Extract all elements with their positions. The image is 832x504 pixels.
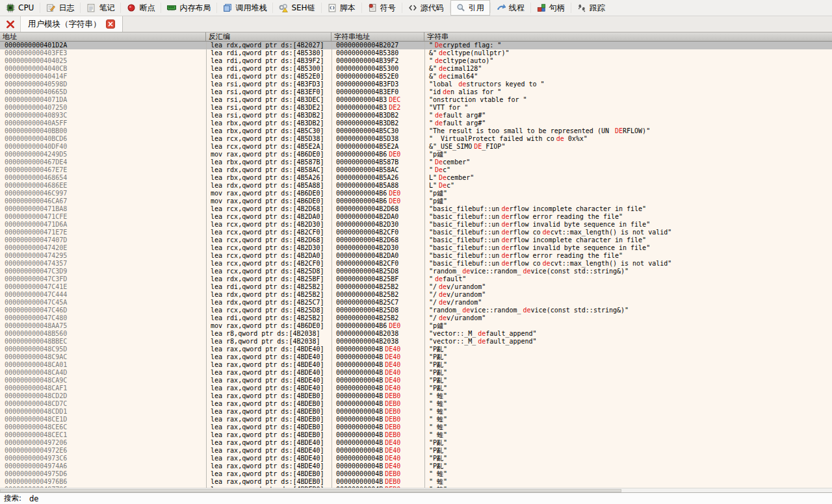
table-row[interactable]: 000000000046CA67mov rax,qword ptr ds:[4B… bbox=[0, 197, 832, 205]
toolbar-button-notes[interactable]: 笔记 bbox=[81, 0, 120, 16]
toolbar-button-call-stack[interactable]: 调用堆栈 bbox=[217, 0, 272, 16]
table-row[interactable]: 00000000004686EElea rdx,qword ptr ds:[4B… bbox=[0, 182, 832, 190]
table-row[interactable]: 0000000000474295lea rcx,qword ptr ds:[4B… bbox=[0, 252, 832, 260]
address-cell: 00000000004972E6 bbox=[0, 447, 206, 455]
table-row[interactable]: 0000000000401D2Alea rdx,qword ptr ds:[4B… bbox=[0, 42, 832, 49]
table-row[interactable]: 0000000000497796lea rax,qword ptr ds:[4B… bbox=[0, 486, 832, 488]
table-row[interactable]: 000000000048BBEClea r8,qword ptr ds:[4B2… bbox=[0, 338, 832, 346]
table-row[interactable]: 000000000047C444lea rdx,qword ptr ds:[4B… bbox=[0, 291, 832, 299]
table-row[interactable]: 000000000040893Clea rsi,qword ptr ds:[4B… bbox=[0, 112, 832, 120]
address-cell: 0000000000401D2A bbox=[0, 42, 206, 49]
table-row[interactable]: 0000000000403FE3lea rdi,qword ptr ds:[4B… bbox=[0, 49, 832, 57]
toolbar-button-handles[interactable]: 句柄 bbox=[531, 0, 571, 16]
table-row[interactable]: 000000000048CE1Dlea rax,qword ptr ds:[4B… bbox=[0, 416, 832, 423]
table-row[interactable]: 000000000047C480lea rdi,qword ptr ds:[4B… bbox=[0, 314, 832, 322]
disassembly-cell: lea rax,qword ptr ds:[4BDE40] bbox=[206, 462, 332, 470]
toolbar-button-trace[interactable]: 跟踪 bbox=[571, 0, 611, 16]
close-all-button[interactable] bbox=[0, 16, 21, 32]
toolbar-button-references[interactable]: 引用 bbox=[450, 0, 490, 16]
table-row[interactable]: 000000000048AA75mov rax,qword ptr ds:[4B… bbox=[0, 322, 832, 330]
toolbar-button-memory-map[interactable]: 内存布局 bbox=[161, 0, 216, 16]
table-row[interactable]: 0000000000468654lea rbx,qword ptr ds:[4B… bbox=[0, 174, 832, 182]
address-cell: 0000000000471E7E bbox=[0, 229, 206, 236]
search-match-highlight: de bbox=[439, 299, 447, 306]
tab-user-modules-strings[interactable]: 用户模块（字符串） bbox=[21, 16, 123, 32]
toolbar-button-symbols[interactable]: 符号 bbox=[362, 0, 402, 16]
toolbar-button-breakpoints[interactable]: 断点 bbox=[121, 0, 161, 16]
table-row[interactable]: 000000000040598Dlea rsi,qword ptr ds:[4B… bbox=[0, 81, 832, 88]
toolbar-button-source[interactable]: 源代码 bbox=[402, 0, 450, 16]
toolbar-button-cpu[interactable]: CPU bbox=[0, 0, 40, 16]
table-row[interactable]: 000000000040A5FFlea rbx,qword ptr ds:[4B… bbox=[0, 120, 832, 127]
table-row[interactable]: 0000000000471D6Alea rcx,qword ptr ds:[4B… bbox=[0, 221, 832, 229]
table-row[interactable]: 0000000000467E7Elea rdx,qword ptr ds:[4B… bbox=[0, 166, 832, 174]
table-row[interactable]: 0000000000471E7Elea rcx,qword ptr ds:[4B… bbox=[0, 229, 832, 236]
string-address-cell: 00000000004B3DEC bbox=[332, 96, 424, 104]
table-row[interactable]: 000000000040414Flea rdi,qword ptr ds:[4B… bbox=[0, 73, 832, 81]
table-row[interactable]: 00000000004071DAlea rsi,qword ptr ds:[4B… bbox=[0, 96, 832, 104]
text-segment: "P亂" bbox=[429, 447, 447, 454]
table-row[interactable]: 000000000047C3FDlea rdx,qword ptr ds:[4B… bbox=[0, 275, 832, 283]
table-row[interactable]: 000000000048C9AClea rax,qword ptr ds:[4B… bbox=[0, 353, 832, 361]
disassembly-cell: mov rax,qword ptr ds:[4B6DE0] bbox=[206, 197, 332, 205]
horizontal-scrollbar[interactable] bbox=[0, 488, 832, 492]
table-row[interactable]: 000000000048CDD1lea rax,qword ptr ds:[4B… bbox=[0, 408, 832, 416]
string-cell: "P亂" bbox=[424, 377, 832, 384]
toolbar-button-script[interactable]: 脚本 bbox=[322, 0, 361, 16]
disassembly-cell: lea rcx,qword ptr ds:[4B2DA0] bbox=[206, 213, 332, 221]
tab-close-button[interactable] bbox=[106, 19, 115, 29]
text-segment: "vector::_M_ bbox=[429, 338, 476, 345]
text-segment: " 蝰" bbox=[429, 486, 447, 488]
table-row[interactable]: 000000000048CD7Clea rax,qword ptr ds:[4B… bbox=[0, 400, 832, 408]
toolbar-button-log[interactable]: 日志 bbox=[40, 0, 80, 16]
table-row[interactable]: 000000000048CEC1lea rax,qword ptr ds:[4B… bbox=[0, 431, 832, 439]
table-row[interactable]: 000000000047C46Dlea rcx,qword ptr ds:[4B… bbox=[0, 307, 832, 314]
table-row[interactable]: 000000000048C95Dlea rax,qword ptr ds:[4B… bbox=[0, 346, 832, 353]
table-row[interactable]: 00000000004974A6lea rax,qword ptr ds:[4B… bbox=[0, 462, 832, 470]
search-bar[interactable]: 搜索: de bbox=[0, 492, 832, 504]
toolbar-button-label: SEH链 bbox=[291, 3, 315, 14]
text-segment: " bbox=[429, 275, 433, 283]
string-address-cell: 00000000004B5380 bbox=[332, 49, 424, 57]
table-row[interactable]: 000000000040BB00lea rbx,qword ptr ds:[4B… bbox=[0, 127, 832, 135]
text-segment: rflow error reading the file" bbox=[509, 213, 623, 220]
table-row[interactable]: 000000000047C45Alea rdx,qword ptr ds:[4B… bbox=[0, 299, 832, 307]
table-row[interactable]: 0000000000471BA8lea rcx,qword ptr ds:[4B… bbox=[0, 205, 832, 213]
table-row[interactable]: 000000000048B560lea r8,qword ptr ds:[4B2… bbox=[0, 330, 832, 338]
table-row[interactable]: 00000000004973C6lea rax,qword ptr ds:[4B… bbox=[0, 455, 832, 462]
table-row[interactable]: 0000000000471CFElea rcx,qword ptr ds:[4B… bbox=[0, 213, 832, 221]
table-row[interactable]: 000000000047407Dlea rcx,qword ptr ds:[4B… bbox=[0, 236, 832, 244]
table-row[interactable]: 0000000000474357lea rcx,qword ptr ds:[4B… bbox=[0, 260, 832, 268]
table-row[interactable]: 000000000040665Dlea rsi,qword ptr ds:[4B… bbox=[0, 88, 832, 96]
table-row[interactable]: 000000000048CE6Clea rax,qword ptr ds:[4B… bbox=[0, 423, 832, 431]
table-row[interactable]: 00000000004972E6lea rax,qword ptr ds:[4B… bbox=[0, 447, 832, 455]
table-row[interactable]: 0000000000497206lea rax,qword ptr ds:[4B… bbox=[0, 439, 832, 447]
table-row[interactable]: 00000000004249D5mov rax,qword ptr ds:[4B… bbox=[0, 151, 832, 158]
text-segment: 00000000004B bbox=[336, 353, 383, 360]
table-row[interactable]: 00000000004975D6lea rax,qword ptr ds:[4B… bbox=[0, 470, 832, 478]
text-segment: " bbox=[429, 158, 433, 166]
table-row[interactable]: 000000000047C3D9lea rcx,qword ptr ds:[4B… bbox=[0, 268, 832, 275]
table-row[interactable]: 000000000048CA01lea rax,qword ptr ds:[4B… bbox=[0, 361, 832, 369]
search-match-highlight: de bbox=[462, 268, 470, 275]
table-row[interactable]: 000000000048CA9Clea rax,qword ptr ds:[4B… bbox=[0, 377, 832, 384]
search-match-highlight: de bbox=[435, 57, 443, 64]
table-row[interactable]: 0000000000467DE4lea rbx,qword ptr ds:[4B… bbox=[0, 158, 832, 166]
address-cell: 000000000047C3D9 bbox=[0, 268, 206, 275]
table-row[interactable]: 00000000004040CBlea rdi,qword ptr ds:[4B… bbox=[0, 65, 832, 73]
table-row[interactable]: 0000000000404025lea rdi,qword ptr ds:[4B… bbox=[0, 57, 832, 65]
table-row[interactable]: 000000000040DF40lea rcx,qword ptr ds:[4B… bbox=[0, 143, 832, 151]
table-row[interactable]: 0000000000407250lea rsi,qword ptr ds:[4B… bbox=[0, 104, 832, 112]
table-row[interactable]: 000000000047C41Elea rdi,qword ptr ds:[4B… bbox=[0, 283, 832, 291]
table-row[interactable]: 000000000048CAF1lea rax,qword ptr ds:[4B… bbox=[0, 384, 832, 392]
toolbar-button-threads[interactable]: 线程 bbox=[491, 0, 530, 16]
text-segment: "P亂" bbox=[429, 369, 447, 376]
table-row[interactable]: 00000000004976B6lea rax,qword ptr ds:[4B… bbox=[0, 478, 832, 486]
table-row[interactable]: 000000000048CA4Dlea rax,qword ptr ds:[4B… bbox=[0, 369, 832, 377]
table-row[interactable]: 000000000048CD2Dlea rax,qword ptr ds:[4B… bbox=[0, 392, 832, 400]
table-row[interactable]: 000000000040BCD6lea rcx,qword ptr ds:[4B… bbox=[0, 135, 832, 143]
disassembly-cell: lea rsi,qword ptr ds:[4B3DEC] bbox=[206, 96, 332, 104]
toolbar-button-seh-chain[interactable]: SEH链 bbox=[273, 0, 320, 16]
table-row[interactable]: 000000000047420Elea rcx,qword ptr ds:[4B… bbox=[0, 244, 832, 252]
table-row[interactable]: 000000000046C997mov rax,qword ptr ds:[4B… bbox=[0, 190, 832, 197]
